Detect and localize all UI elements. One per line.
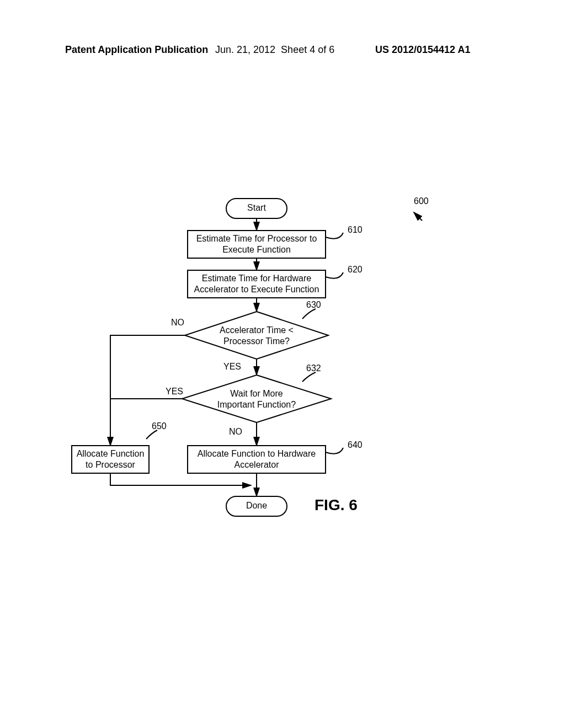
flowchart-figure: 600 Start Estimate Time for Processor to… (0, 188, 565, 529)
decision-630 (185, 312, 328, 359)
ref-640: 640 (348, 440, 363, 449)
ref-650: 650 (152, 421, 167, 431)
header-publication: Patent Application Publication (65, 44, 208, 56)
decision-632 (182, 375, 331, 422)
ref-632: 632 (306, 363, 321, 373)
no-630: NO (171, 318, 184, 327)
header-pubnum: US 2012/0154412 A1 (375, 44, 470, 56)
no-632: NO (229, 427, 242, 436)
ref-600: 600 (414, 196, 429, 206)
done-label: Done (246, 501, 267, 510)
dec-632-l2: Important Function? (217, 400, 296, 409)
step-620-line2: Accelerator to Execute Function (194, 285, 319, 294)
dec-630-l1: Accelerator Time < (220, 325, 294, 335)
step-650-l2: to Processor (86, 460, 135, 469)
ref-630: 630 (306, 300, 321, 309)
leader-650 (146, 430, 157, 439)
leader-640 (326, 448, 343, 454)
figure-label: FIG. 6 (315, 496, 358, 513)
ref-620: 620 (348, 265, 363, 274)
step-640-l2: Accelerator (234, 460, 280, 469)
step-650-l1: Allocate Function (77, 449, 145, 458)
step-610-line1: Estimate Time for Processor to (196, 234, 317, 243)
arrow-650-done (110, 473, 251, 485)
leader-620 (326, 272, 343, 279)
arrow-600 (414, 212, 422, 221)
start-label: Start (247, 203, 266, 212)
leader-610 (326, 233, 343, 239)
leader-632 (302, 372, 316, 382)
yes-632: YES (166, 387, 183, 396)
header-date-sheet: Jun. 21, 2012 Sheet 4 of 6 (215, 44, 334, 56)
dec-632-l1: Wait for More (230, 389, 283, 398)
step-640-l1: Allocate Function to Hardware (198, 449, 316, 458)
yes-630: YES (223, 362, 241, 371)
step-620-line1: Estimate Time for Hardware (202, 274, 311, 283)
dec-630-l2: Processor Time? (223, 336, 290, 346)
step-610-line2: Execute Function (222, 245, 291, 254)
leader-630 (302, 309, 316, 319)
page-header: Patent Application Publication Jun. 21, … (0, 44, 565, 62)
ref-610: 610 (348, 225, 363, 234)
